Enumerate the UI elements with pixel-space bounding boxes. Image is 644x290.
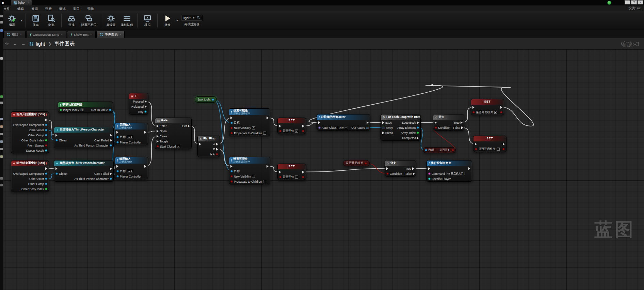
node-header[interactable]: ◇分支 [385,161,416,166]
text-input[interactable]: 0 [80,108,84,112]
strip-icon-11[interactable] [0,155,3,158]
node-header[interactable]: ↻For Each Loop with Break [381,115,420,120]
checkbox[interactable]: ✓ [177,145,180,148]
strip-icon-10[interactable] [0,148,3,150]
pin-target[interactable]: 目标 [425,148,434,152]
node-header[interactable]: f获取玩家控制器 [58,102,113,107]
node-header[interactable]: ◆组件结束重叠时 (Box) [11,161,49,166]
exec-pin-icon[interactable] [199,143,201,146]
exec-pin-icon[interactable] [110,167,112,170]
pin-exec_in[interactable] [55,167,58,170]
exec-pin-icon[interactable] [267,117,269,119]
bool-pin-icon[interactable] [452,149,454,151]
object-pin-icon[interactable] [116,170,119,172]
tab-close-icon[interactable]: × [28,1,29,4]
pin-exec_out[interactable] [503,143,505,146]
pin-other_body[interactable]: Other Body Index [21,139,47,142]
pin-exec_in[interactable] [279,171,281,173]
exec-pin-icon[interactable] [110,139,112,142]
pin-true[interactable]: True [405,167,414,170]
pin-out[interactable] [302,130,304,132]
bool-pin-icon[interactable] [45,144,47,147]
pin-exec_in[interactable] [318,121,320,124]
pin-as_tpc[interactable]: As Third Person Character [75,144,112,147]
pin-new_visibility[interactable]: New Visibility✓ [230,126,255,130]
pin-b[interactable]: B [213,148,218,151]
pin-command[interactable]: Commandce 开启机关门 [428,172,465,176]
pin-array_element[interactable]: Array Element [397,126,419,129]
bool-pin-icon[interactable] [365,162,367,165]
exec-pin-icon[interactable] [435,121,437,124]
checkbox[interactable]: ✓ [494,111,497,114]
pin-exec_in[interactable] [475,143,477,146]
node-header[interactable]: SET [278,118,306,123]
node-gate[interactable]: ▥GateEnterExitOpenCloseToggleStart Close… [155,118,192,149]
account-status-icon[interactable] [607,1,611,5]
struct-pin-icon[interactable] [144,110,147,113]
node-getlit[interactable]: 目标是否开灯 [423,147,456,153]
strip-icon-2[interactable] [0,29,3,32]
pin-value[interactable]: 是否开启机关✓ [472,110,497,115]
struct-pin-icon[interactable] [45,149,47,152]
pin-exec_in[interactable] [472,106,474,109]
delegate-pin[interactable] [46,162,47,165]
compile-dropdown-caret[interactable]: ▼ [20,19,23,22]
bool-pin-icon[interactable] [230,127,233,129]
strip-icon-9[interactable] [0,140,3,143]
text-input[interactable]: self [127,169,133,173]
pin-exec_out[interactable] [302,171,304,173]
debug-search-icon[interactable] [196,16,200,20]
pin-exec_in[interactable]: Exec [382,121,392,124]
exec-pin-icon[interactable] [386,167,388,170]
exec-pin-icon[interactable] [188,125,190,127]
pin-target[interactable]: 目标 [230,121,240,125]
exec-pin-icon[interactable] [279,171,281,173]
pin-target[interactable]: 目标 [230,169,240,173]
pin-value[interactable]: 是否开灯✓ [279,129,298,133]
menu-item-2[interactable]: 资源 [31,7,38,11]
exec-pin-icon[interactable] [230,117,232,119]
exec-pin-icon[interactable] [428,167,430,170]
object-pin-icon[interactable] [110,144,112,147]
debug-object-select[interactable]: light2▼ [181,15,203,21]
pin-new_visibility[interactable]: New Visibility [230,175,255,178]
play-dropdown-caret[interactable]: ▼ [176,19,178,22]
bool-pin-icon[interactable] [302,176,304,178]
node-header[interactable]: f禁用输入目标是Actor [115,157,148,164]
exec-pin-icon[interactable] [461,126,463,129]
object-pin-icon[interactable] [45,129,47,131]
array-pin-icon[interactable] [366,126,369,129]
node-set1[interactable]: SET是否开灯✓ [277,118,306,134]
node-header[interactable]: f启用输入目标是Actor [115,123,148,129]
exec-pin-icon[interactable] [417,121,419,124]
pin-sweep_result[interactable]: Sweep Result [26,149,47,152]
tab--[interactable]: 视口× [3,31,26,38]
pin-player_index[interactable]: Player Index0 [60,108,84,112]
node-event_end[interactable]: ◆组件结束重叠时 (Box)Overlapped ComponentOther … [11,160,49,192]
bool-pin-icon[interactable] [230,132,233,134]
pin-exec_out[interactable] [110,134,112,137]
object-pin-icon[interactable] [55,172,58,175]
pin-exec_in[interactable] [386,167,388,170]
pin-completed[interactable]: Completed [402,136,419,140]
node-header[interactable]: SET [278,164,306,169]
checkbox[interactable]: ✓ [252,126,255,129]
object-pin-icon[interactable] [116,175,119,178]
exec-pin-icon[interactable] [279,125,281,127]
pin-overlapped[interactable]: Overlapped Component [13,172,47,175]
bool-pin-icon[interactable] [435,126,437,129]
bool-pin-icon[interactable] [302,130,304,132]
node-getall[interactable]: f获取类的所有actorActor ClassLight ▼Out Actors [317,114,370,131]
node-set2[interactable]: SET是否开灯 [277,164,306,180]
minimize-button[interactable]: ─ [625,0,630,4]
object-pin-icon[interactable] [417,126,419,129]
checkbox[interactable]: ✓ [295,129,298,133]
pin-actor_class[interactable]: Actor ClassLight ▼ [318,126,348,129]
pin-array[interactable]: Array [382,126,393,129]
pin-start_closed[interactable]: Start Closed✓ [157,145,180,148]
array-pin-icon[interactable] [382,126,385,129]
pin-exec_out[interactable] [144,131,146,134]
reroute-node[interactable] [431,84,433,86]
exec-pin-icon[interactable] [267,165,269,168]
pin-out_actors[interactable]: Out Actors [351,126,369,129]
